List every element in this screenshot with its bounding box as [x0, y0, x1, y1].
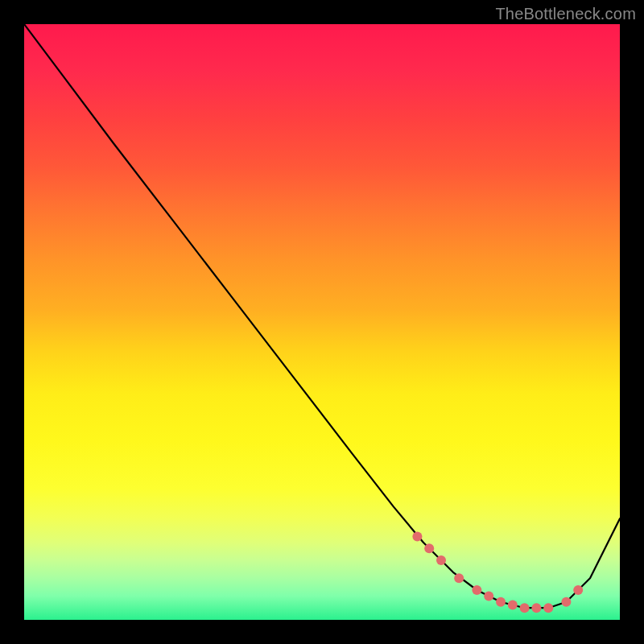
curve-marker: [484, 591, 493, 601]
marker-group: [412, 531, 583, 613]
curve-marker: [520, 603, 530, 613]
curve-marker: [573, 585, 583, 595]
curve-marker: [412, 531, 422, 541]
curve-group: [24, 24, 620, 608]
curve-marker: [531, 603, 541, 613]
curve-marker: [561, 597, 571, 607]
curve-marker: [424, 543, 434, 553]
curve-marker: [543, 603, 553, 613]
curve-marker: [436, 555, 446, 565]
curve-svg: [24, 24, 620, 620]
bottleneck-curve: [24, 24, 620, 608]
chart-frame: TheBottleneck.com: [0, 0, 644, 644]
curve-marker: [472, 585, 481, 595]
watermark-text: TheBottleneck.com: [495, 5, 636, 23]
plot-area: [24, 24, 620, 620]
curve-marker: [496, 597, 506, 607]
curve-marker: [508, 601, 518, 610]
curve-marker: [454, 573, 464, 583]
